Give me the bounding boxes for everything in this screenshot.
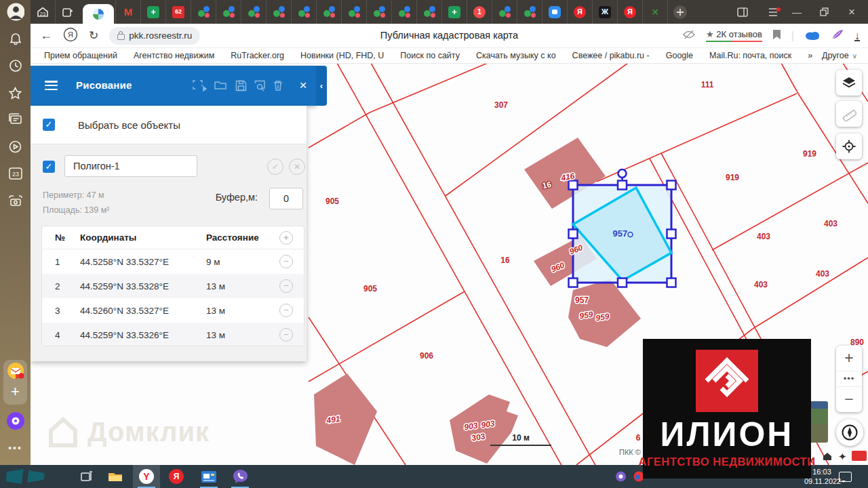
calendar-23-icon[interactable]: 23 xyxy=(7,165,24,182)
open-folder-icon[interactable] xyxy=(212,77,229,94)
polygon-name-input[interactable] xyxy=(64,155,197,177)
coordinate-row[interactable]: 244.5259°N 33.5328°E13 м− xyxy=(42,274,304,298)
confirm-circle-icon[interactable]: ✓ xyxy=(267,159,283,175)
layers-button[interactable] xyxy=(836,70,862,96)
sidebar-more-icon[interactable]: ••• xyxy=(7,439,24,457)
bookmark-item[interactable]: Mail.Ru: почта, поиск xyxy=(709,51,791,60)
zoom-in-button[interactable]: + xyxy=(836,346,862,371)
sync-cloud-icon[interactable] xyxy=(804,29,821,43)
bookmark-item[interactable]: » xyxy=(808,51,812,60)
pinned-tab-kino[interactable]: Ж xyxy=(592,0,617,24)
remove-point-icon[interactable]: − xyxy=(279,255,293,268)
rotate-handle[interactable] xyxy=(618,169,627,178)
measure-ruler-button[interactable] xyxy=(836,101,862,127)
bookmarks-more[interactable]: Другое∨ xyxy=(822,48,857,63)
yandex-home-button[interactable]: Я xyxy=(63,27,78,45)
compass-button[interactable] xyxy=(836,419,863,446)
downloads-icon[interactable]: ↓ xyxy=(854,30,860,41)
save-icon[interactable] xyxy=(233,77,249,94)
bookmark-item[interactable]: Прием обращений xyxy=(44,51,117,60)
panel-close-icon[interactable]: × xyxy=(295,77,311,94)
pinned-tab-red62[interactable]: 62 xyxy=(165,0,191,24)
resize-handle[interactable] xyxy=(618,279,627,287)
coordinate-row[interactable]: 444.5259°N 33.5326°E13 м− xyxy=(42,323,304,346)
notifications-bell-icon[interactable] xyxy=(7,30,24,47)
bookmark-item[interactable]: Google xyxy=(666,51,693,60)
turbo-feather-icon[interactable] xyxy=(831,28,844,43)
resize-handle[interactable] xyxy=(667,279,676,287)
sidebar-add-button[interactable]: + xyxy=(7,383,24,401)
start-button[interactable] xyxy=(3,465,52,488)
screenshot-icon[interactable] xyxy=(7,192,24,209)
resize-handle[interactable] xyxy=(667,181,676,190)
zoom-out-button[interactable]: − xyxy=(836,387,862,412)
delete-trash-icon[interactable] xyxy=(270,77,286,94)
pinned-tab-dots[interactable] xyxy=(416,0,441,24)
profile-avatar[interactable] xyxy=(7,3,24,20)
pinned-tab-red1[interactable]: 1 xyxy=(467,0,492,24)
notification-center-icon[interactable] xyxy=(831,465,859,488)
window-close-button[interactable]: × xyxy=(842,0,862,24)
coordinate-row[interactable]: 344.5260°N 33.5327°E13 м− xyxy=(42,298,304,323)
pinned-tab-dots[interactable] xyxy=(191,0,216,24)
collections-icon[interactable] xyxy=(7,110,24,128)
compass-rose-icon[interactable]: ✦ xyxy=(838,451,847,463)
pinned-tab-dots[interactable] xyxy=(391,0,416,24)
pinned-tab-dots[interactable] xyxy=(366,0,391,24)
bookmark-item[interactable]: Агентство недвижим xyxy=(134,51,214,60)
pinned-tab-dots[interactable] xyxy=(216,0,241,24)
window-minimize-button[interactable]: — xyxy=(787,0,807,24)
pinned-tab-yandex[interactable]: Я xyxy=(617,0,642,24)
bookmark-item[interactable]: Скачать музыку с ко xyxy=(476,51,556,60)
yandex-browser-taskbar-icon[interactable]: Y xyxy=(133,465,160,488)
panel-collapse-arrow[interactable]: ‹ xyxy=(316,66,327,106)
active-tab-pkk[interactable] xyxy=(83,4,114,24)
menu-icon[interactable] xyxy=(45,81,58,90)
new-tab-button[interactable] xyxy=(667,0,692,24)
remove-point-icon[interactable]: − xyxy=(279,279,293,293)
resize-handle[interactable] xyxy=(667,230,676,239)
favorites-star-icon[interactable] xyxy=(7,84,24,102)
pinned-tab-yandex[interactable]: Я xyxy=(567,0,592,24)
remove-point-icon[interactable]: − xyxy=(279,328,293,342)
resize-handle[interactable] xyxy=(569,230,578,239)
reload-button[interactable]: ↻ xyxy=(89,28,98,43)
tab-home-23[interactable]: 23 xyxy=(31,0,55,24)
bookmark-item[interactable]: RuTracker.org xyxy=(231,51,284,60)
yandex-app-taskbar-icon[interactable]: Я xyxy=(163,465,190,488)
file-explorer-button[interactable] xyxy=(102,465,129,488)
bookmark-item[interactable]: Свежее / pikabu.ru - xyxy=(572,51,650,60)
pinned-tab-dots[interactable] xyxy=(241,0,266,24)
pinned-tab-greenx[interactable]: ✕ xyxy=(642,0,667,24)
reader-hidden-icon[interactable] xyxy=(682,29,696,43)
video-icon[interactable] xyxy=(7,138,24,155)
url-field[interactable]: pkk.rosreestr.ru xyxy=(109,27,200,45)
coordinate-row[interactable]: 144.5258°N 33.5327°E9 м− xyxy=(42,249,304,274)
tab-new-group[interactable] xyxy=(55,0,80,24)
pinned-tab-chat[interactable] xyxy=(542,0,567,24)
back-button[interactable]: ← xyxy=(40,28,52,43)
pinned-tab-dots[interactable] xyxy=(492,0,517,24)
reviews-badge[interactable]: ★ 2К отзывов xyxy=(706,29,762,43)
side-panel-icon[interactable] xyxy=(732,0,753,24)
task-view-button[interactable] xyxy=(73,465,100,488)
pinned-tab-dots[interactable] xyxy=(341,0,366,24)
mail-app-taskbar-icon[interactable] xyxy=(195,465,222,488)
browser-menu-icon[interactable] xyxy=(764,0,785,24)
pinned-tab-dots[interactable] xyxy=(316,0,341,24)
buffer-input[interactable] xyxy=(269,188,303,209)
pinned-tab-sheets[interactable]: + xyxy=(140,0,165,24)
window-maximize-button[interactable] xyxy=(814,0,834,24)
pinned-tab-dots[interactable] xyxy=(291,0,316,24)
locate-button[interactable] xyxy=(836,134,862,159)
add-point-icon[interactable]: + xyxy=(279,231,293,245)
pinned-tab-dots[interactable] xyxy=(266,0,291,24)
bookmark-item[interactable]: Новинки (HD, FHD, U xyxy=(300,51,384,60)
home-extent-icon[interactable] xyxy=(822,451,833,464)
pinned-tab-sheets[interactable]: + xyxy=(441,0,467,24)
resize-handle[interactable] xyxy=(569,279,578,287)
search-area-icon[interactable] xyxy=(252,77,269,94)
panorama-toggle-icon[interactable] xyxy=(852,451,867,461)
viber-taskbar-icon[interactable] xyxy=(226,465,254,488)
pinned-tab-gmail[interactable]: M xyxy=(115,0,140,24)
